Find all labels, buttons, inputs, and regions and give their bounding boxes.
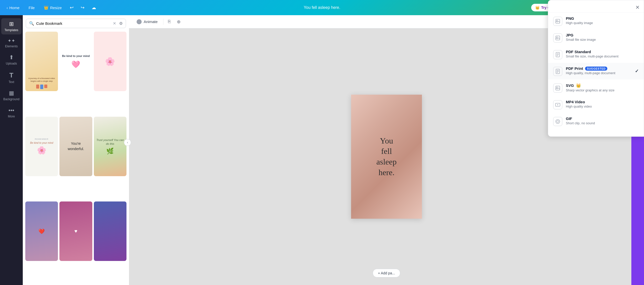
svg-rect-6 [556,86,560,90]
search-bar[interactable]: 🔍 ✕ ⚙ [26,19,126,28]
template-card[interactable]: A journey of a thousand miles begins wit… [25,32,58,91]
jpg-title: JPG [566,33,639,37]
sidebar-item-uploads[interactable]: ⬆ Uploads [1,52,22,68]
export-item-svg[interactable]: SVG 👑 Sharp vector graphics at any size [548,79,644,96]
svg-point-11 [557,120,559,123]
back-button[interactable]: ‹ Home [4,4,22,11]
mp4-info: MP4 Video High quality video [566,100,639,108]
sidebar-item-background[interactable]: ▦ Background [1,87,22,104]
canvas-text: Youfellasleephere. [371,131,402,183]
svg-desc: Sharp vector graphics at any size [566,88,639,92]
template-card[interactable]: Trust yourself You can do this 🌿 [94,117,126,176]
templates-grid: A journey of a thousand miles begins wit… [23,32,129,285]
left-sidebar: ⊞ Templates ✦✦ Elements ⬆ Uploads T Text… [0,15,23,285]
crown-icon: 👑 [44,5,49,10]
template-card[interactable]: 🌸 [94,32,126,91]
add-page-toolbar-button[interactable]: ⊕ [175,17,182,26]
svg-title: SVG 👑 [566,83,639,88]
pdf-print-info: PDF Print SUGGESTED High quality, multi-… [566,66,631,75]
export-close-button[interactable]: ✕ [635,4,640,10]
png-title: PNG [566,16,639,21]
sidebar-item-elements[interactable]: ✦✦ Elements [1,35,22,51]
cloud-save-icon[interactable]: ☁ [90,3,98,12]
sidebar-item-text[interactable]: T Text [1,69,22,86]
mp4-desc: High quality video [566,105,639,108]
more-icon: ••• [8,107,14,114]
pdf-standard-desc: Small file size, multi-page document [566,54,639,58]
gif-desc: Short clip, no sound [566,121,639,125]
file-label: File [29,6,35,10]
clear-icon[interactable]: ✕ [113,21,116,26]
canvas-page-content: Youfellasleephere. [351,95,422,219]
chevron-left-icon: ‹ [7,6,8,10]
export-item-pdf-standard[interactable]: PDF Standard Small file size, multi-page… [548,46,644,63]
export-item-mp4[interactable]: MP4 Video High quality video [548,96,644,113]
sidebar-item-label: Uploads [6,62,17,65]
uploads-icon: ⬆ [9,54,14,61]
elements-icon: ✦✦ [8,38,15,44]
template-card[interactable]: REMEMBER Be kind to your mind 🌸 [25,117,58,176]
export-item-jpg[interactable]: JPG Small file size image [548,29,644,46]
svg-point-3 [556,37,557,38]
search-icon: 🔍 [29,21,34,26]
gif-info: GIF Short clip, no sound [566,116,639,125]
collapse-panel-button[interactable]: ‹ [124,139,131,146]
svg-point-1 [556,20,557,21]
svg-rect-2 [556,36,560,40]
document-title: You fell asleep here. [304,5,340,10]
file-button[interactable]: File [26,4,37,11]
png-info: PNG High quality image [566,16,639,25]
background-icon: ▦ [9,90,14,96]
animate-icon [137,19,142,24]
check-icon: ✓ [635,68,639,74]
redo-icon[interactable]: ↪ [79,3,86,12]
export-header: ✕ [548,0,644,13]
copy-button[interactable]: ⎘ [166,17,172,26]
pdf-print-desc: High quality, multi-page document [566,71,631,75]
svg-point-7 [556,87,557,88]
template-card[interactable]: ❤️ [25,201,58,261]
pdf-print-icon [553,67,562,76]
add-page-bottom-button[interactable]: + Add pa... [373,269,400,277]
export-item-gif[interactable]: GIF Short clip, no sound [548,113,644,130]
sidebar-item-label: More [8,115,15,118]
sidebar-item-label: Elements [5,45,18,48]
mp4-title: MP4 Video [566,100,639,104]
resize-label: Resize [50,6,62,10]
sidebar-item-label: Templates [5,28,18,32]
sidebar-item-more[interactable]: ••• More [1,105,22,121]
svg-point-10 [556,119,560,124]
sidebar-item-label: Background [3,97,19,101]
undo-icon[interactable]: ↩ [68,3,75,12]
add-page-label: + Add pa... [378,271,395,275]
canvas-page[interactable]: Youfellasleephere. [351,95,422,219]
suggested-badge: SUGGESTED [585,67,607,71]
templates-panel: 🔍 ✕ ⚙ A journey of a thousand miles begi… [23,15,129,285]
mp4-icon [553,100,562,109]
text-icon: T [9,71,13,79]
sidebar-item-templates[interactable]: ⊞ Templates [1,18,22,34]
template-card[interactable] [94,201,126,261]
template-card[interactable]: You're wonderful. [59,117,92,176]
export-item-png[interactable]: PNG High quality image [548,13,644,29]
filter-icon[interactable]: ⚙ [119,21,123,26]
topbar: ‹ Home File 👑 Resize ↩ ↪ ☁ You fell asle… [0,0,644,15]
export-item-pdf-print[interactable]: PDF Print SUGGESTED High quality, multi-… [548,63,644,79]
export-dropdown: ✕ PNG High quality image JPG Small file [548,0,644,137]
pdf-print-title: PDF Print SUGGESTED [566,66,631,71]
gif-icon [553,117,562,126]
resize-button[interactable]: 👑 Resize [41,4,64,11]
gif-title: GIF [566,116,639,121]
animate-label: Animate [144,19,158,24]
pdf-standard-info: PDF Standard Small file size, multi-page… [566,50,639,58]
animate-button[interactable]: Animate [134,18,160,26]
sidebar-item-label: Text [9,80,14,84]
svg-info: SVG 👑 Sharp vector graphics at any size [566,83,639,92]
search-input[interactable] [36,21,111,26]
divider [163,19,163,25]
template-card[interactable]: Be kind to your mind 🩷 [59,32,92,91]
template-card[interactable]: ♥ [59,201,92,261]
jpg-icon [553,33,562,43]
topbar-left: ‹ Home File 👑 Resize ↩ ↪ ☁ [4,3,98,12]
svg-pro-icon: 👑 [576,83,581,88]
